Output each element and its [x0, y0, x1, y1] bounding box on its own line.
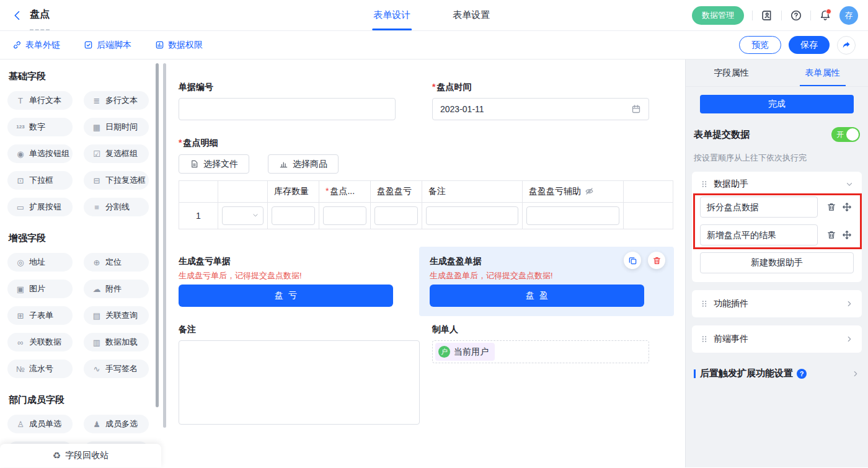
drag-handle-icon[interactable]: [700, 299, 709, 308]
row-input[interactable]: [272, 206, 315, 225]
remark-textarea[interactable]: [179, 340, 420, 425]
sidebar-item-linked-data[interactable]: ∞关联数据: [7, 333, 73, 351]
frontend-event-card[interactable]: 前端事件: [692, 325, 862, 353]
field-label: 备注: [179, 324, 420, 335]
post-trigger-row[interactable]: 后置触发扩展功能设置 ?: [694, 368, 860, 379]
tab-form-settings[interactable]: 表单设置: [453, 0, 490, 30]
plugin-card[interactable]: 功能插件: [692, 290, 862, 317]
divider: [752, 11, 753, 20]
share-button[interactable]: [837, 36, 856, 55]
data-helper-header[interactable]: 数据助手: [700, 179, 854, 190]
table-header: 盘盈盘亏辅助: [523, 181, 624, 203]
tab-field-properties[interactable]: 字段属性: [686, 60, 777, 86]
doc-no-field[interactable]: 单据编号: [179, 82, 396, 120]
help-circle-icon[interactable]: ?: [797, 369, 807, 379]
toolbar-links: 表单外链后端脚本数据权限: [12, 40, 203, 51]
sidebar-item-member-single[interactable]: ♙成员单选: [7, 415, 73, 433]
row-input[interactable]: [426, 206, 518, 225]
loss-button[interactable]: 盘亏: [179, 285, 393, 307]
bar-chart-icon: [279, 159, 288, 169]
contacts-icon[interactable]: [761, 9, 773, 22]
profit-button[interactable]: 盘盈: [430, 285, 644, 307]
sidebar-item-subform[interactable]: ⊞子表单: [7, 306, 73, 325]
sidebar-item-number[interactable]: 123数字: [7, 118, 73, 136]
sidebar-item-radio-group[interactable]: ◉单选按钮组: [7, 144, 73, 163]
field-label: *盘点明细: [179, 138, 674, 148]
sidebar-item-linked-query[interactable]: ▤关联查询: [84, 306, 149, 325]
sidebar-item-address[interactable]: ◎地址: [7, 253, 73, 272]
inventory-time-input[interactable]: 2023-01-11: [432, 98, 649, 120]
data-helper-item[interactable]: 新增盘点平的结果: [700, 224, 818, 245]
drag-handle-icon[interactable]: [700, 335, 709, 343]
back-button[interactable]: [11, 9, 24, 22]
share-icon: [841, 40, 851, 50]
sidebar-item-data-load[interactable]: ▥数据加载: [84, 333, 149, 351]
save-button[interactable]: 保存: [789, 36, 830, 54]
eye-off-icon[interactable]: [585, 187, 594, 196]
trash-icon[interactable]: [826, 202, 836, 212]
submit-data-toggle[interactable]: 开: [831, 127, 860, 142]
sidebar-item-image[interactable]: ▣图片: [7, 280, 73, 298]
tab-form-design[interactable]: 表单设计: [373, 0, 410, 30]
sidebar-item-datetime[interactable]: ▦日期时间: [84, 118, 149, 136]
checkbox-group-icon: ☑: [91, 150, 102, 158]
doc-no-input[interactable]: [179, 98, 396, 120]
drag-handle-icon[interactable]: [700, 180, 709, 188]
row-select[interactable]: [222, 206, 264, 225]
table-header: [218, 181, 268, 203]
data-permission[interactable]: 数据权限: [155, 40, 203, 51]
form-toolbar: 表单外链后端脚本数据权限 预览 保存: [0, 31, 868, 60]
sidebar-item-serial-number[interactable]: №流水号: [7, 360, 73, 378]
new-data-helper-button[interactable]: 新建数据助手: [700, 252, 854, 273]
creator-field[interactable]: 制单人 户 当前用户: [432, 324, 649, 425]
row-input[interactable]: [526, 206, 619, 225]
sidebar-item-multi-line-text[interactable]: ≣多行文本: [84, 91, 149, 110]
done-button[interactable]: 完成: [700, 95, 854, 113]
chevron-down-icon[interactable]: [845, 180, 854, 188]
delete-icon[interactable]: [648, 252, 665, 269]
sidebar-item-dropdown-multi[interactable]: ⊟下拉复选框: [84, 171, 149, 190]
copy-icon[interactable]: [624, 252, 641, 269]
panel-title: 生成盘盈单据: [430, 256, 644, 267]
move-icon[interactable]: [842, 230, 852, 240]
sidebar-item-checkbox-group[interactable]: ☑复选框组: [84, 144, 149, 163]
divider: [810, 11, 811, 20]
creator-input[interactable]: 户 当前用户: [432, 340, 649, 363]
field-recycle-bin[interactable]: ♻ 字段回收站: [0, 444, 161, 467]
sidebar-item-location[interactable]: ⊕定位: [84, 253, 149, 272]
row-input[interactable]: [323, 206, 366, 225]
preview-button[interactable]: 预览: [739, 36, 781, 54]
form-external-link[interactable]: 表单外链: [12, 40, 60, 51]
loss-panel[interactable]: 生成盘亏单据 生成盘亏单后，记得提交盘点数据! 盘亏: [179, 247, 393, 316]
sidebar-item-extend-button[interactable]: ▭扩展按钮: [7, 198, 73, 216]
sidebar-item-divider[interactable]: ≡分割线: [84, 198, 149, 216]
sidebar-item-member-multi[interactable]: ♟成员多选: [84, 415, 149, 433]
remark-field[interactable]: 备注: [179, 324, 420, 425]
tab-form-properties[interactable]: 表单属性: [777, 60, 868, 86]
avatar[interactable]: 存: [839, 6, 858, 25]
sidebar-item-attachment[interactable]: ☁附件: [84, 280, 149, 298]
dropdown-icon: ⊡: [15, 177, 26, 185]
data-manage-button[interactable]: 数据管理: [692, 6, 744, 25]
select-product-button[interactable]: 选择商品: [268, 154, 339, 174]
sidebar-item-single-line-text[interactable]: T单行文本: [7, 91, 73, 110]
sidebar-scrollbar[interactable]: [156, 63, 159, 407]
backend-script[interactable]: 后端脚本: [84, 40, 131, 51]
inventory-time-field[interactable]: *盘点时间 2023-01-11: [432, 82, 649, 120]
form-title-wrap[interactable]: 盘点: [30, 0, 50, 30]
move-icon[interactable]: [842, 202, 852, 212]
help-icon[interactable]: [790, 9, 802, 22]
canvas-scrollbar[interactable]: [163, 63, 166, 428]
sidebar-item-signature[interactable]: ∿手写签名: [84, 360, 149, 378]
row-input[interactable]: [374, 206, 418, 225]
trash-icon[interactable]: [826, 230, 836, 240]
row-index-cell: 1: [179, 203, 218, 229]
data-helper-item[interactable]: 拆分盘点数据: [700, 196, 818, 218]
field-label: 制单人: [432, 324, 649, 335]
chevron-right-icon: [851, 369, 860, 378]
sidebar-item-dropdown[interactable]: ⊡下拉框: [7, 171, 73, 190]
profit-panel[interactable]: 生成盘盈单据 生成盘盈单后，记得提交盘点数据! 盘盈: [419, 247, 674, 316]
select-file-button[interactable]: 选择文件: [179, 154, 249, 174]
table-header: [179, 181, 218, 203]
notification-bell-icon[interactable]: [819, 9, 831, 22]
